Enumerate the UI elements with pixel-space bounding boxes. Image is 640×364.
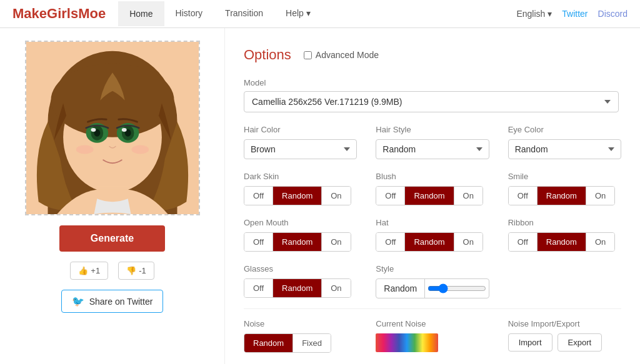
open-mouth-random[interactable]: Random xyxy=(273,233,322,251)
model-section: Model Camellia 256x256 Ver.171219 (9.9MB… xyxy=(244,78,621,112)
current-noise-group: Current Noise xyxy=(376,319,489,353)
downvote-button[interactable]: 👎 -1 xyxy=(118,262,154,280)
dark-skin-off[interactable]: Off xyxy=(244,187,273,205)
noise-import-export-label: Noise Import/Export xyxy=(508,319,621,328)
vote-row: 👍 +1 👎 -1 xyxy=(70,262,154,280)
glasses-group: Glasses Off Random On xyxy=(244,264,357,298)
hair-color-select[interactable]: Brown Black Blonde Blue Red Random xyxy=(244,139,357,159)
eye-color-select[interactable]: Random Blue Green Brown Red xyxy=(508,139,621,159)
style-value: Random xyxy=(376,279,425,298)
open-mouth-group: Open Mouth Off Random On xyxy=(244,218,357,252)
blush-random[interactable]: Random xyxy=(405,187,454,205)
glasses-random[interactable]: Random xyxy=(273,279,322,297)
style-group: Style Random xyxy=(376,264,489,298)
noise-toggle: Random Fixed xyxy=(244,333,331,353)
svg-point-12 xyxy=(121,128,126,132)
smile-label: Smile xyxy=(508,172,621,181)
options-title: Options xyxy=(244,47,291,63)
thumbs-down-icon: 👎 xyxy=(126,266,136,275)
export-button[interactable]: Export xyxy=(558,333,602,352)
chevron-down-icon: ▾ xyxy=(548,9,552,19)
ribbon-toggle: Off Random On xyxy=(508,232,616,252)
glasses-label: Glasses xyxy=(244,264,357,273)
ribbon-random[interactable]: Random xyxy=(538,233,586,251)
language-selector[interactable]: English ▾ xyxy=(516,9,552,19)
svg-point-13 xyxy=(76,145,93,154)
style-control: Random xyxy=(376,278,489,298)
nav-help[interactable]: Help ▾ xyxy=(274,1,322,27)
smile-toggle: Off Random On xyxy=(508,186,616,205)
dark-skin-group: Dark Skin Off Random On xyxy=(244,172,357,205)
hair-color-label: Hair Color xyxy=(244,125,357,134)
hat-toggle: Off Random On xyxy=(376,232,483,252)
dark-skin-toggle: Off Random On xyxy=(244,186,351,205)
style-label: Style xyxy=(376,264,489,273)
header: MakeGirlsMoe Home History Transition Hel… xyxy=(0,0,640,28)
dark-skin-random[interactable]: Random xyxy=(273,187,322,205)
noise-random-btn[interactable]: Random xyxy=(244,334,293,352)
nav: Home History Transition Help ▾ xyxy=(118,1,516,27)
smile-group: Smile Off Random On xyxy=(508,172,621,205)
noise-fixed-btn[interactable]: Fixed xyxy=(293,334,331,352)
share-twitter-button[interactable]: 🐦 Share on Twitter xyxy=(61,290,164,313)
hair-color-group: Hair Color Brown Black Blonde Blue Red R… xyxy=(244,125,357,159)
advanced-mode-label[interactable]: Advanced Mode xyxy=(304,50,379,60)
glasses-off[interactable]: Off xyxy=(244,279,273,297)
noise-bar xyxy=(376,333,438,352)
open-mouth-toggle: Off Random On xyxy=(244,232,351,252)
current-noise-label: Current Noise xyxy=(376,319,489,328)
logo: MakeGirlsMoe xyxy=(12,6,106,22)
smile-off[interactable]: Off xyxy=(509,187,538,205)
anime-image-container xyxy=(25,41,200,215)
svg-point-14 xyxy=(131,145,149,154)
import-button[interactable]: Import xyxy=(508,333,552,352)
chevron-down-icon: ▾ xyxy=(306,8,311,18)
divider xyxy=(244,308,621,309)
noise-import-export-group: Noise Import/Export Import Export xyxy=(508,319,621,353)
ribbon-group: Ribbon Off Random On xyxy=(508,218,621,252)
model-label: Model xyxy=(244,78,621,87)
dark-skin-on[interactable]: On xyxy=(322,187,350,205)
main: Generate 👍 +1 👎 -1 🐦 Share on Twitter Op… xyxy=(0,28,640,364)
nav-home[interactable]: Home xyxy=(118,1,164,26)
blush-toggle: Off Random On xyxy=(376,186,483,205)
blush-label: Blush xyxy=(376,172,489,181)
blush-off[interactable]: Off xyxy=(376,187,405,205)
open-mouth-on[interactable]: On xyxy=(322,233,350,251)
svg-point-11 xyxy=(91,128,96,132)
smile-on[interactable]: On xyxy=(586,187,614,205)
nav-transition[interactable]: Transition xyxy=(214,1,274,27)
generate-button[interactable]: Generate xyxy=(59,225,165,252)
thumbs-up-icon: 👍 xyxy=(78,266,88,275)
upvote-button[interactable]: 👍 +1 xyxy=(70,262,108,280)
twitter-bird-icon: 🐦 xyxy=(72,295,84,307)
eye-color-group: Eye Color Random Blue Green Brown Red xyxy=(508,125,621,159)
import-export-row: Import Export xyxy=(508,333,621,352)
hair-style-label: Hair Style xyxy=(376,125,489,134)
right-panel: Options Advanced Mode Model Camellia 256… xyxy=(225,28,640,364)
left-panel: Generate 👍 +1 👎 -1 🐦 Share on Twitter xyxy=(0,28,225,364)
options-grid: Hair Color Brown Black Blonde Blue Red R… xyxy=(244,125,621,298)
twitter-header-link[interactable]: Twitter xyxy=(562,9,588,19)
hat-label: Hat xyxy=(376,218,489,227)
hat-on[interactable]: On xyxy=(454,233,482,251)
model-select[interactable]: Camellia 256x256 Ver.171219 (9.9MB) xyxy=(244,91,619,112)
options-header: Options Advanced Mode xyxy=(244,47,621,63)
style-slider[interactable] xyxy=(428,283,486,293)
advanced-mode-checkbox[interactable] xyxy=(304,51,312,59)
open-mouth-off[interactable]: Off xyxy=(244,233,273,251)
hair-style-select[interactable]: Random Short Long Twintails xyxy=(376,139,489,159)
discord-header-link[interactable]: Discord xyxy=(598,9,628,19)
dark-skin-label: Dark Skin xyxy=(244,172,357,181)
noise-label: Noise xyxy=(244,319,357,328)
nav-history[interactable]: History xyxy=(164,1,214,27)
hat-random[interactable]: Random xyxy=(405,233,454,251)
ribbon-on[interactable]: On xyxy=(586,233,614,251)
ribbon-off[interactable]: Off xyxy=(509,233,538,251)
hat-off[interactable]: Off xyxy=(376,233,405,251)
open-mouth-label: Open Mouth xyxy=(244,218,357,227)
blush-on[interactable]: On xyxy=(454,187,482,205)
smile-random[interactable]: Random xyxy=(538,187,586,205)
glasses-on[interactable]: On xyxy=(322,279,350,297)
eye-color-label: Eye Color xyxy=(508,125,621,134)
